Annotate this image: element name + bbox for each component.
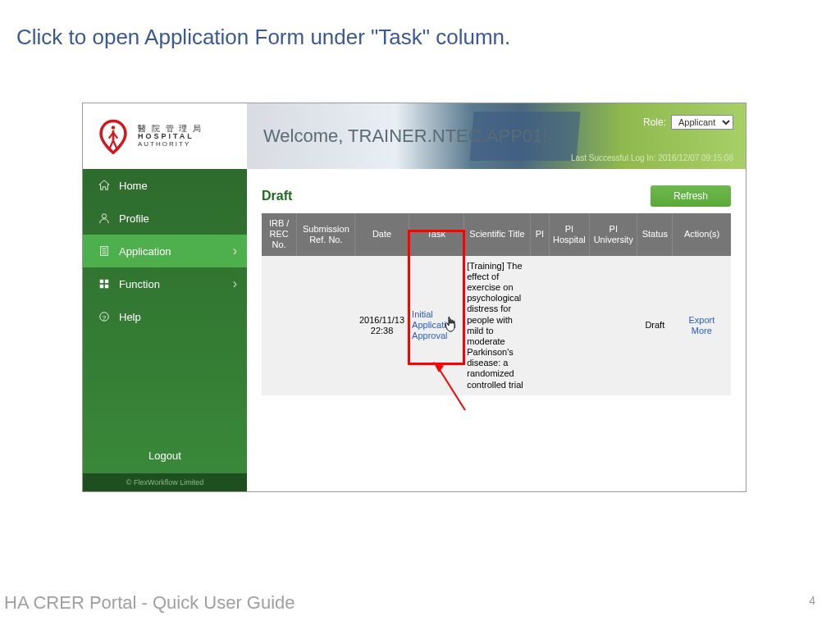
svg-point-0 — [112, 126, 115, 129]
body-area: Home Profile Application › Function — [83, 169, 746, 491]
role-area: Role: Applicant — [643, 115, 733, 130]
svg-rect-1 — [112, 130, 115, 140]
cell-status: Draft — [637, 256, 673, 395]
col-subref: Submission Ref. No. — [297, 213, 355, 256]
cell-date: 2016/11/13 22:38 — [355, 256, 409, 395]
sidebar: Home Profile Application › Function — [83, 169, 247, 491]
nav-home[interactable]: Home — [83, 169, 247, 202]
page-number: 4 — [809, 594, 815, 607]
nav-help[interactable]: ? Help — [83, 300, 247, 333]
profile-icon — [98, 212, 111, 225]
application-icon — [98, 244, 111, 258]
banner: Welcome, TRAINER.NTEC.APP01! Role: Appli… — [247, 103, 746, 169]
draft-table: IRB / REC No. Submission Ref. No. Date T… — [262, 213, 731, 395]
svg-rect-9 — [100, 285, 103, 288]
footer-text: HA CRER Portal - Quick User Guide — [4, 592, 295, 614]
col-pihosp: PI Hospital — [549, 213, 590, 256]
header-bar: 醫 院 管 理 局 HOSPITAL AUTHORITY Welcome, TR… — [83, 103, 746, 169]
copyright-text: © FlexWorkflow Limited — [83, 473, 247, 491]
refresh-button[interactable]: Refresh — [651, 185, 731, 207]
home-icon — [98, 179, 111, 192]
main-content: Draft Refresh IRB / REC No. Submission R… — [247, 169, 746, 491]
role-label: Role: — [643, 116, 666, 128]
slide-instruction: Click to open Application Form under "Ta… — [0, 0, 840, 58]
svg-point-2 — [102, 214, 106, 218]
cell-piuniv — [590, 256, 637, 395]
app-window: 醫 院 管 理 局 HOSPITAL AUTHORITY Welcome, TR… — [82, 103, 746, 492]
svg-rect-7 — [100, 280, 103, 283]
export-link[interactable]: Export — [688, 315, 714, 325]
logo-area: 醫 院 管 理 局 HOSPITAL AUTHORITY — [83, 103, 247, 169]
col-pi: PI — [531, 213, 549, 256]
col-irb: IRB / REC No. — [262, 213, 297, 256]
section-title: Draft — [262, 189, 292, 203]
role-select[interactable]: Applicant — [671, 115, 733, 130]
cell-irb — [262, 256, 297, 395]
col-task: Task — [409, 213, 463, 256]
svg-rect-8 — [105, 280, 108, 283]
help-icon: ? — [98, 310, 111, 323]
nav-label: Home — [119, 180, 148, 192]
nav-profile[interactable]: Profile — [83, 202, 247, 235]
svg-rect-10 — [105, 285, 108, 288]
cursor-hand-icon — [444, 316, 459, 332]
nav-label: Help — [119, 311, 141, 323]
sci-title-text: [Training] The effect of exercise on psy… — [467, 261, 527, 390]
nav-function[interactable]: Function › — [83, 267, 247, 300]
svg-text:?: ? — [103, 314, 107, 322]
nav-label: Application — [119, 245, 171, 258]
nav-label: Profile — [119, 212, 149, 225]
welcome-text: Welcome, TRAINER.NTEC.APP01! — [263, 126, 547, 147]
col-piuniv: PI University — [590, 213, 637, 256]
cell-scititle: [Training] The effect of exercise on psy… — [463, 256, 530, 395]
col-status: Status — [637, 213, 673, 256]
cell-actions: Export More — [673, 256, 731, 395]
logo-en2: AUTHORITY — [138, 141, 203, 148]
cell-subref — [297, 256, 355, 395]
cell-pi — [531, 256, 549, 395]
more-link[interactable]: More — [692, 326, 712, 336]
chevron-right-icon: › — [233, 244, 237, 258]
last-login-text: Last Successful Log In: 2016/12/07 09:15… — [571, 153, 733, 162]
col-actions: Action(s) — [673, 213, 731, 256]
table-row: 2016/11/13 22:38 Initial Application App… — [262, 256, 731, 395]
col-scititle: Scientific Title — [463, 213, 530, 256]
svg-line-13 — [437, 366, 465, 410]
svg-marker-14 — [433, 362, 444, 372]
col-date: Date — [355, 213, 409, 256]
grid-icon — [98, 277, 111, 290]
logo-text: 醫 院 管 理 局 HOSPITAL AUTHORITY — [138, 124, 203, 148]
chevron-right-icon: › — [233, 276, 237, 291]
nav-label: Function — [119, 278, 160, 290]
logout-button[interactable]: Logout — [83, 438, 247, 473]
nav-application[interactable]: Application › — [83, 235, 247, 267]
annotation-arrow-icon — [436, 361, 437, 410]
section-header: Draft Refresh — [262, 185, 731, 207]
ha-logo-icon — [95, 118, 131, 154]
cell-pihosp — [549, 256, 590, 395]
